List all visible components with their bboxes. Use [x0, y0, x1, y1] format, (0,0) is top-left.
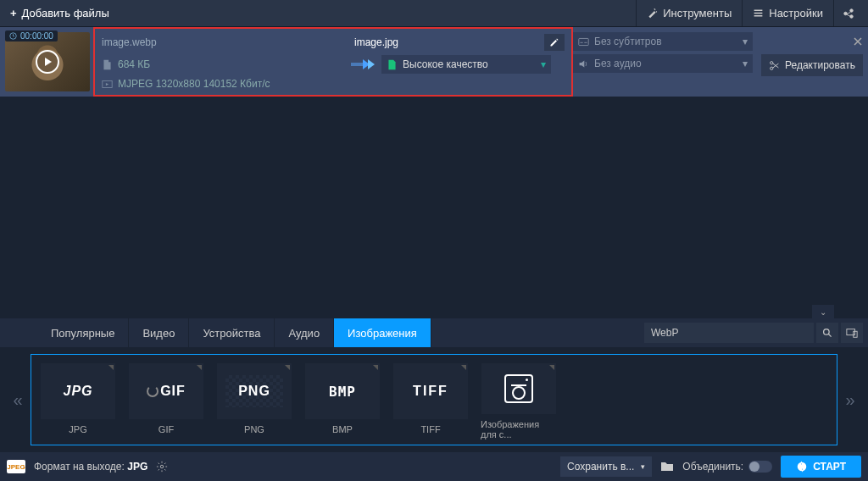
format-settings-button[interactable] [156, 461, 168, 473]
merge-toggle[interactable] [748, 461, 772, 473]
tab-video[interactable]: Видео [129, 318, 189, 347]
scroll-left-button[interactable]: « [5, 390, 31, 410]
format-tiff[interactable]: TIFF TIFF [392, 363, 469, 440]
gear-icon [156, 461, 168, 473]
search-button[interactable] [816, 323, 838, 343]
save-to-dropdown[interactable]: Сохранить в... ▾ [560, 456, 652, 477]
caret-down-icon: ▾ [541, 58, 546, 70]
clock-icon [9, 32, 17, 40]
output-format-label: Формат на выходе: JPG [34, 461, 147, 473]
svg-point-3 [771, 61, 773, 64]
menu-icon [753, 8, 764, 19]
speaker-icon [578, 58, 589, 69]
quality-dropdown[interactable]: Высокое качество ▾ [381, 55, 551, 74]
tab-audio[interactable]: Аудио [275, 318, 334, 347]
tools-button[interactable]: Инструменты [636, 0, 742, 26]
format-search-input[interactable] [644, 323, 814, 343]
duration-badge: 00:00:00 [5, 30, 58, 41]
tools-label: Инструменты [663, 7, 732, 19]
edit-label: Редактировать [785, 59, 855, 71]
search-icon [822, 328, 833, 339]
format-social[interactable]: Изображения для с... [481, 363, 557, 440]
play-icon [36, 50, 59, 74]
format-png[interactable]: PNG PNG [216, 363, 292, 440]
svg-point-5 [823, 329, 829, 334]
arrow-icon [351, 59, 375, 69]
settings-button[interactable]: Настройки [742, 0, 833, 26]
chevron-right-icon: » [845, 390, 854, 410]
caret-down-icon: ▾ [743, 58, 748, 69]
scissors-icon [769, 60, 780, 71]
file-thumbnail[interactable]: 00:00:00 [0, 27, 93, 97]
quality-label: Высокое качество [403, 58, 488, 70]
close-icon [853, 36, 863, 47]
document-icon [387, 59, 398, 70]
output-filename: image.jpg [354, 36, 398, 48]
format-bmp[interactable]: BMP BMP [304, 363, 381, 440]
caret-down-icon: ▾ [641, 462, 645, 471]
plus-icon: + [10, 7, 17, 19]
edit-button[interactable]: Редактировать [761, 54, 863, 76]
chevron-down-icon: ⌄ [820, 307, 826, 317]
file-info-panel: image.webp image.jpg 684 КБ Высокое каче… [93, 27, 573, 97]
output-format-badge: JPEG [7, 460, 25, 473]
audio-label: Без аудио [594, 58, 642, 69]
collapse-panel-button[interactable]: ⌄ [812, 305, 834, 318]
subtitles-dropdown[interactable]: Без субтитров ▾ [573, 32, 753, 51]
merge-label: Объединить: [682, 461, 743, 473]
preset-button[interactable] [841, 323, 863, 343]
folder-icon [660, 461, 674, 473]
file-icon [102, 59, 113, 70]
scroll-right-button[interactable]: » [837, 390, 863, 410]
remove-file-button[interactable] [853, 32, 863, 51]
audio-dropdown[interactable]: Без аудио ▾ [573, 54, 753, 73]
rename-button[interactable] [544, 34, 565, 51]
caret-down-icon: ▾ [743, 36, 748, 47]
convert-icon [796, 461, 808, 473]
tab-images[interactable]: Изображения [334, 318, 431, 347]
chevron-left-icon: « [13, 390, 22, 410]
settings-label: Настройки [769, 7, 823, 19]
subtitle-icon [578, 36, 589, 47]
svg-rect-2 [579, 38, 588, 45]
tab-popular[interactable]: Популярные [37, 318, 129, 347]
tab-devices[interactable]: Устройства [189, 318, 275, 347]
open-folder-button[interactable] [660, 461, 674, 473]
file-size: 684 КБ [118, 58, 150, 70]
codec-info: MJPEG 1320x880 140152 Кбит/с [118, 78, 270, 90]
share-button[interactable] [833, 0, 868, 26]
pencil-icon [549, 37, 559, 47]
start-button[interactable]: СТАРТ [781, 456, 861, 478]
add-files-label: Добавить файлы [22, 7, 109, 19]
wand-icon [647, 8, 658, 19]
svg-point-8 [161, 465, 164, 468]
format-jpg[interactable]: JPG JPG [40, 363, 116, 440]
device-icon [846, 327, 858, 339]
svg-point-4 [771, 67, 773, 69]
format-gif[interactable]: GIF GIF [128, 363, 204, 440]
source-filename: image.webp [102, 36, 348, 48]
video-icon [102, 79, 113, 90]
share-icon [843, 8, 854, 19]
add-files-button[interactable]: + Добавить файлы [0, 0, 120, 26]
subtitles-label: Без субтитров [594, 36, 662, 47]
instagram-icon [504, 374, 533, 403]
